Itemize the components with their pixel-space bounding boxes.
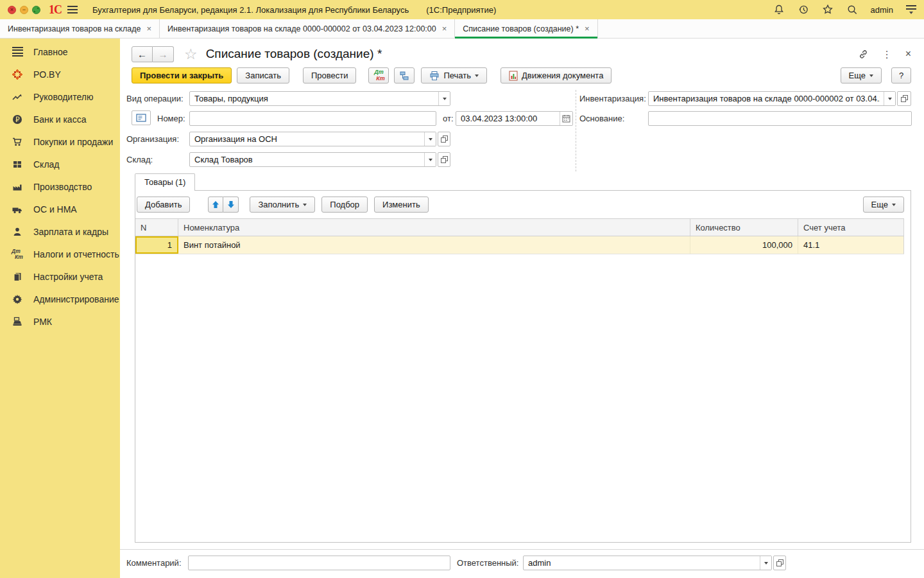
move-row-up-button[interactable] [208,197,223,213]
organization-label: Организация: [126,132,179,146]
sidebar-item-zarplata-i-kadry[interactable]: Зарплата и кадры [0,220,120,243]
post-button[interactable]: Провести [303,67,357,83]
organization-select[interactable]: Организация на ОСН [189,132,436,146]
column-header-quantity[interactable]: Количество [690,219,798,236]
favorite-star-icon[interactable]: ☆ [184,47,198,62]
sidebar-item-sklad[interactable]: Склад [0,153,120,175]
sidebar-item-administrirovanie[interactable]: Администрирование [0,288,120,310]
fill-button[interactable]: Заполнить [250,197,315,213]
cell-account[interactable]: 41.1 [798,236,904,254]
tab-goods-write-off[interactable]: Списание товаров (создание) * × [455,19,597,38]
cell-row-number[interactable]: 1 [135,236,178,254]
document-movements-button[interactable]: Движения документа [501,67,612,83]
inventory-label: Инвентаризация: [579,91,646,106]
tab-close-icon[interactable]: × [146,24,151,33]
sidebar-item-proizvodstvo[interactable]: Производство [0,175,120,198]
inventory-select[interactable]: Инвентаризация товаров на складе 0000-00… [648,91,896,106]
fill-label: Заполнить [258,200,299,209]
window-minimize-button[interactable]: − [20,6,28,14]
dropdown-arrow-icon[interactable] [424,132,436,146]
date-input[interactable]: 03.04.2023 13:00:00 [456,111,573,126]
document-structure-button[interactable] [394,67,415,83]
open-organization-icon-button[interactable] [438,132,450,146]
history-icon[interactable] [798,4,809,15]
forward-button[interactable]: → [153,46,174,62]
sidebar-item-glavnoe[interactable]: Главное [0,40,120,63]
comment-input[interactable] [188,556,450,570]
dropdown-arrow-icon[interactable] [760,556,771,570]
sidebar-item-label: Зарплата и кадры [33,227,108,237]
open-inventory-icon-button[interactable] [897,91,911,106]
responsible-select[interactable]: admin [523,556,772,570]
add-row-button[interactable]: Добавить [137,197,190,213]
print-button[interactable]: Печать [421,67,487,83]
document-list-icon-button[interactable] [132,110,151,125]
more-button[interactable]: Еще [841,67,882,83]
window-controls: × − [8,6,40,14]
open-responsible-icon-button[interactable] [773,556,786,570]
column-header-account[interactable]: Счет учета [798,219,904,236]
shopping-cart-icon [11,136,24,148]
favorites-star-icon[interactable] [822,4,834,15]
sidebar-item-bank-i-kassa[interactable]: Банк и касса [0,108,120,130]
dt-kt-icon: ДтКт [11,249,24,260]
user-menu-icon[interactable] [906,5,916,14]
sidebar-item-os-i-nma[interactable]: ОС и НМА [0,198,120,220]
help-button[interactable]: ? [891,67,911,83]
items-more-button[interactable]: Еще [863,197,904,213]
sidebar-item-rmk[interactable]: РМК [0,310,120,333]
cell-quantity[interactable]: 100,000 [690,236,798,254]
back-button[interactable]: ← [132,46,153,62]
open-warehouse-icon-button[interactable] [438,152,450,167]
number-input[interactable] [189,111,436,126]
search-icon[interactable] [846,4,858,15]
dropdown-arrow-icon[interactable] [424,153,436,166]
tab-close-icon[interactable]: × [442,24,447,33]
table-header-row: N Номенклатура Количество Счет учета [135,218,904,236]
tab-inventory-document[interactable]: Инвентаризация товаров на складе 0000-00… [160,19,455,38]
get-link-icon[interactable] [858,49,869,60]
column-header-n[interactable]: N [135,219,178,236]
tab-label: Инвентаризация товаров на складе 0000-00… [167,24,436,33]
dropdown-arrow-icon[interactable] [438,92,450,105]
move-row-down-button[interactable] [223,197,239,213]
dropdown-arrow-icon[interactable] [884,92,895,105]
column-header-nomenclature[interactable]: Номенклатура [178,219,690,236]
close-document-icon[interactable]: × [905,49,911,59]
warehouse-select[interactable]: Склад Товаров [189,152,436,167]
current-user-label[interactable]: admin [871,5,893,15]
post-and-close-button[interactable]: Провести и закрыть [132,67,232,83]
sidebar-item-po-by[interactable]: PO.BY [0,63,120,85]
main-menu-hamburger-icon[interactable] [67,6,78,13]
save-button[interactable]: Записать [237,67,289,83]
sidebar-item-label: Руководителю [33,92,93,102]
dt-kt-postings-button[interactable]: ДтКт [368,67,389,83]
movements-report-icon [509,71,518,81]
edit-button[interactable]: Изменить [374,197,429,213]
sidebar-item-label: Производство [33,182,92,192]
sidebar-item-label: РМК [33,317,52,327]
tab-goods-items[interactable]: Товары (1) [135,173,195,191]
tab-inventory-list[interactable]: Инвентаризация товаров на складе × [0,19,160,38]
sidebar-item-label: ОС и НМА [33,204,77,215]
window-close-button[interactable]: × [8,6,16,14]
sidebar-item-rukovoditelyu[interactable]: Руководителю [0,85,120,108]
responsible-label: Ответственный: [457,556,518,570]
operation-type-select[interactable]: Товары, продукция [189,91,450,106]
notifications-bell-icon[interactable] [773,4,785,15]
tab-close-icon[interactable]: × [585,24,590,33]
sidebar-item-nalogi-i-otchetnost[interactable]: ДтКт Налоги и отчетность [0,243,120,265]
basis-label: Основание: [579,111,624,126]
table-row[interactable]: 1 Винт потайной 100,000 41.1 [135,236,904,254]
more-menu-kebab-icon[interactable]: ⋮ [882,49,892,59]
sidebar-item-nastroyki-ucheta[interactable]: Настройки учета [0,265,120,288]
cell-nomenclature[interactable]: Винт потайной [178,236,690,254]
window-zoom-button[interactable] [32,6,40,14]
calendar-icon[interactable] [560,112,572,125]
printer-icon [429,71,440,81]
form-column-separator [576,90,576,171]
arrow-up-icon [212,200,219,209]
basis-input[interactable] [648,111,912,126]
pick-items-button[interactable]: Подбор [321,197,368,213]
sidebar-item-pokupki-i-prodazhi[interactable]: Покупки и продажи [0,130,120,153]
